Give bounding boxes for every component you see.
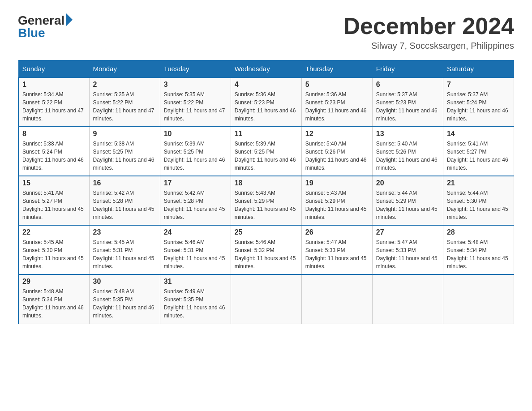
day-number: 20 (376, 179, 439, 187)
day-info: Sunrise: 5:40 AM Sunset: 5:26 PM Dayligh… (305, 140, 369, 172)
sunset-label: Sunset: 5:25 PM (235, 149, 275, 155)
location-subtitle: Silway 7, Soccsksargen, Philippines (343, 41, 514, 51)
daylight-label: Daylight: 11 hours and 46 minutes. (376, 157, 438, 171)
daylight-label: Daylight: 11 hours and 45 minutes. (447, 206, 508, 220)
calendar-day-empty (231, 274, 301, 324)
day-info: Sunrise: 5:40 AM Sunset: 5:26 PM Dayligh… (376, 140, 439, 172)
day-info: Sunrise: 5:47 AM Sunset: 5:33 PM Dayligh… (376, 238, 439, 270)
sunrise-label: Sunrise: 5:36 AM (305, 91, 346, 98)
calendar-day-18: 18 Sunrise: 5:43 AM Sunset: 5:29 PM Dayl… (231, 176, 301, 225)
sunset-label: Sunset: 5:22 PM (164, 99, 204, 106)
sunset-label: Sunset: 5:35 PM (93, 296, 133, 303)
daylight-label: Daylight: 11 hours and 46 minutes. (305, 107, 367, 122)
daylight-label: Daylight: 11 hours and 45 minutes. (376, 206, 438, 220)
calendar-day-27: 27 Sunrise: 5:47 AM Sunset: 5:33 PM Dayl… (372, 225, 443, 274)
logo-arrow-icon (66, 13, 73, 26)
calendar-header-row: SundayMondayTuesdayWednesdayThursdayFrid… (18, 60, 514, 78)
calendar-day-19: 19 Sunrise: 5:43 AM Sunset: 5:29 PM Dayl… (301, 176, 372, 225)
day-number: 7 (447, 81, 510, 89)
sunrise-label: Sunrise: 5:45 AM (93, 239, 134, 245)
day-info: Sunrise: 5:38 AM Sunset: 5:25 PM Dayligh… (93, 140, 156, 172)
day-info: Sunrise: 5:37 AM Sunset: 5:24 PM Dayligh… (447, 90, 510, 123)
calendar-day-11: 11 Sunrise: 5:39 AM Sunset: 5:25 PM Dayl… (231, 127, 301, 176)
sunset-label: Sunset: 5:33 PM (376, 247, 416, 253)
calendar-day-15: 15 Sunrise: 5:41 AM Sunset: 5:27 PM Dayl… (18, 176, 89, 225)
column-header-tuesday: Tuesday (160, 60, 231, 78)
sunrise-label: Sunrise: 5:44 AM (447, 190, 488, 196)
sunrise-label: Sunrise: 5:43 AM (235, 190, 275, 196)
day-number: 23 (93, 228, 156, 236)
sunset-label: Sunset: 5:22 PM (22, 99, 62, 106)
day-number: 10 (164, 130, 227, 138)
sunrise-label: Sunrise: 5:44 AM (376, 190, 417, 196)
column-header-monday: Monday (89, 60, 160, 78)
sunrise-label: Sunrise: 5:36 AM (235, 91, 275, 98)
daylight-label: Daylight: 11 hours and 46 minutes. (376, 107, 438, 122)
sunset-label: Sunset: 5:23 PM (305, 99, 345, 106)
day-info: Sunrise: 5:43 AM Sunset: 5:29 PM Dayligh… (305, 189, 369, 221)
sunset-label: Sunset: 5:26 PM (305, 149, 345, 155)
daylight-label: Daylight: 11 hours and 46 minutes. (164, 304, 225, 319)
daylight-label: Daylight: 11 hours and 46 minutes. (447, 157, 508, 171)
calendar-day-28: 28 Sunrise: 5:48 AM Sunset: 5:34 PM Dayl… (443, 225, 514, 274)
day-info: Sunrise: 5:34 AM Sunset: 5:22 PM Dayligh… (22, 90, 86, 123)
calendar-week-2: 8 Sunrise: 5:38 AM Sunset: 5:24 PM Dayli… (18, 127, 514, 176)
daylight-label: Daylight: 11 hours and 46 minutes. (93, 157, 154, 171)
sunrise-label: Sunrise: 5:35 AM (93, 91, 134, 98)
calendar-day-13: 13 Sunrise: 5:40 AM Sunset: 5:26 PM Dayl… (372, 127, 443, 176)
column-header-saturday: Saturday (443, 60, 514, 78)
calendar-day-17: 17 Sunrise: 5:42 AM Sunset: 5:28 PM Dayl… (160, 176, 231, 225)
sunset-label: Sunset: 5:25 PM (164, 149, 204, 155)
calendar-day-25: 25 Sunrise: 5:46 AM Sunset: 5:32 PM Dayl… (231, 225, 301, 274)
sunset-label: Sunset: 5:23 PM (376, 99, 416, 106)
sunrise-label: Sunrise: 5:40 AM (376, 141, 417, 147)
title-section: December 2024 Silway 7, Soccsksargen, Ph… (343, 13, 514, 51)
calendar-day-empty (443, 274, 514, 324)
calendar-day-16: 16 Sunrise: 5:42 AM Sunset: 5:28 PM Dayl… (89, 176, 160, 225)
daylight-label: Daylight: 11 hours and 46 minutes. (93, 304, 154, 319)
daylight-label: Daylight: 11 hours and 45 minutes. (22, 255, 84, 270)
calendar-day-9: 9 Sunrise: 5:38 AM Sunset: 5:25 PM Dayli… (89, 127, 160, 176)
day-number: 2 (93, 81, 156, 89)
sunrise-label: Sunrise: 5:48 AM (22, 288, 63, 295)
sunset-label: Sunset: 5:29 PM (376, 198, 416, 204)
sunrise-label: Sunrise: 5:41 AM (447, 141, 488, 147)
day-number: 29 (22, 278, 86, 286)
day-info: Sunrise: 5:42 AM Sunset: 5:28 PM Dayligh… (93, 189, 156, 221)
calendar-day-empty (372, 274, 443, 324)
calendar-day-14: 14 Sunrise: 5:41 AM Sunset: 5:27 PM Dayl… (443, 127, 514, 176)
calendar-day-23: 23 Sunrise: 5:45 AM Sunset: 5:31 PM Dayl… (89, 225, 160, 274)
calendar-day-22: 22 Sunrise: 5:45 AM Sunset: 5:30 PM Dayl… (18, 225, 89, 274)
column-header-friday: Friday (372, 60, 443, 78)
sunrise-label: Sunrise: 5:48 AM (447, 239, 488, 245)
sunset-label: Sunset: 5:24 PM (22, 149, 62, 155)
calendar-day-2: 2 Sunrise: 5:35 AM Sunset: 5:22 PM Dayli… (89, 77, 160, 127)
calendar-day-10: 10 Sunrise: 5:39 AM Sunset: 5:25 PM Dayl… (160, 127, 231, 176)
daylight-label: Daylight: 11 hours and 45 minutes. (22, 206, 84, 220)
day-number: 14 (447, 130, 510, 138)
day-number: 9 (93, 130, 156, 138)
daylight-label: Daylight: 11 hours and 45 minutes. (376, 255, 438, 270)
day-number: 16 (93, 179, 156, 187)
daylight-label: Daylight: 11 hours and 45 minutes. (93, 206, 154, 220)
calendar-day-31: 31 Sunrise: 5:49 AM Sunset: 5:35 PM Dayl… (160, 274, 231, 324)
daylight-label: Daylight: 11 hours and 45 minutes. (447, 255, 508, 270)
sunset-label: Sunset: 5:27 PM (22, 198, 62, 204)
daylight-label: Daylight: 11 hours and 47 minutes. (22, 107, 84, 122)
calendar-day-6: 6 Sunrise: 5:37 AM Sunset: 5:23 PM Dayli… (372, 77, 443, 127)
sunrise-label: Sunrise: 5:39 AM (164, 141, 205, 147)
calendar-day-8: 8 Sunrise: 5:38 AM Sunset: 5:24 PM Dayli… (18, 127, 89, 176)
day-number: 25 (235, 228, 298, 236)
calendar-day-21: 21 Sunrise: 5:44 AM Sunset: 5:30 PM Dayl… (443, 176, 514, 225)
sunset-label: Sunset: 5:29 PM (305, 198, 345, 204)
day-number: 12 (305, 130, 369, 138)
day-info: Sunrise: 5:47 AM Sunset: 5:33 PM Dayligh… (305, 238, 369, 270)
sunrise-label: Sunrise: 5:47 AM (305, 239, 346, 245)
sunset-label: Sunset: 5:31 PM (93, 247, 133, 253)
daylight-label: Daylight: 11 hours and 47 minutes. (164, 107, 225, 122)
day-number: 18 (235, 179, 298, 187)
calendar-day-24: 24 Sunrise: 5:46 AM Sunset: 5:31 PM Dayl… (160, 225, 231, 274)
calendar-day-29: 29 Sunrise: 5:48 AM Sunset: 5:34 PM Dayl… (18, 274, 89, 324)
daylight-label: Daylight: 11 hours and 45 minutes. (93, 255, 154, 270)
day-info: Sunrise: 5:39 AM Sunset: 5:25 PM Dayligh… (235, 140, 298, 172)
